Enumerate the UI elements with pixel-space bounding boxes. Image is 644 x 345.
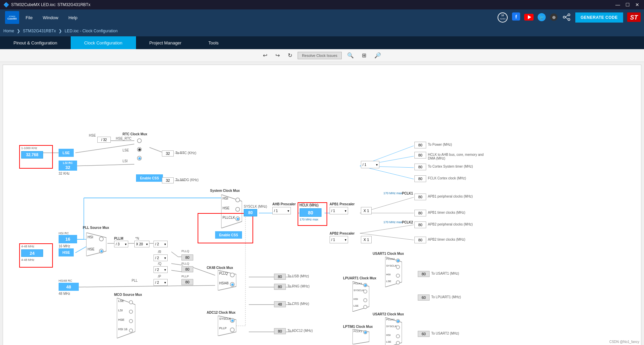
div1-dropdown[interactable]: / 1 ▾ [361,161,379,168]
apb2-timer-val[interactable]: 80 [414,237,426,243]
lse-box[interactable]: LSE [59,149,74,157]
facebook-icon[interactable]: f [512,12,520,23]
st-network-icon[interactable] [562,13,571,22]
adc12-pllp-radio[interactable] [230,327,235,332]
tab-project[interactable]: Project Manager [136,36,195,49]
input-freq-value[interactable]: 32.768 [21,151,43,159]
close-btn[interactable]: ✕ [634,2,641,7]
apb2-periph-val[interactable]: 80 [414,221,426,228]
titlebar-left: 🔷 STM32CubeMX LED.ioc: STM32G431RBTx [3,2,90,7]
menu-file[interactable]: File [26,15,33,20]
ck48-hsi48-radio[interactable] [230,282,235,287]
hse-range-label: 4-48 MHz [21,245,34,248]
pllp-div-dropdown[interactable]: / 2 ▾ [154,279,168,286]
pll-div-r-dropdown[interactable]: / 2 ▾ [154,241,168,247]
svg-text:⊕: ⊕ [552,15,555,20]
ahb-div-dropdown[interactable]: / 1 ▾ [272,207,291,214]
usart1-lse-radio[interactable] [396,280,400,284]
rtc-mux [137,138,142,161]
iwdg-value-box[interactable]: 32 [162,177,174,183]
hse-div32[interactable]: / 32 [97,137,111,143]
github-icon[interactable]: ⊕ [550,13,558,22]
cortex-timer-val[interactable]: 80 [414,164,426,170]
lsi-rc-box: LSI RC 32 [59,161,77,171]
pll-hsi-radio[interactable] [99,237,104,241]
pllq-value: 80 [181,266,193,272]
titlebar-controls[interactable]: — ☐ ✕ [614,2,641,7]
fclk-val[interactable]: 80 [414,175,426,182]
pll-hse-radio[interactable] [99,249,104,253]
tab-clock[interactable]: Clock Configuration [71,36,136,49]
hse-freq-value[interactable]: 24 [21,249,43,257]
apb2-div-dropdown[interactable]: / 1 ▾ [330,236,348,243]
usart1-pclk2-radio[interactable] [396,258,400,263]
sys-hse-radio[interactable] [235,207,240,212]
usart2-val: 60 [418,331,430,337]
lpuart1-pclk1-radio[interactable] [363,283,367,287]
zoom-in-button[interactable]: 🔍 [344,51,357,60]
hse-box[interactable]: HSE [59,248,74,256]
apb1-x1-box: X 1 [361,207,372,214]
to-adc12-label: To ADC12 (MHz) [287,329,313,333]
usart1-hsi-radio[interactable] [396,274,400,278]
lpuart1-lse-radio[interactable] [363,305,367,309]
adc12-sysclk-radio[interactable] [230,318,235,323]
lpuart1-hsi-radio[interactable] [363,298,367,302]
usart2-sysclk-radio[interactable] [396,325,400,330]
enable-css-box[interactable]: Enable CSS [136,174,163,182]
zoom-out-button[interactable]: 🔎 [372,51,384,60]
usart1-sysclk-radio[interactable] [396,265,400,269]
rtc-radio-lse[interactable] [137,147,142,152]
undo-button[interactable]: ↩ [260,51,270,60]
mco-hse-radio[interactable] [129,319,133,323]
pll-mult-dropdown[interactable]: X 20 ▾ [134,241,149,247]
bc-page[interactable]: LED.ioc - Clock Configuration [65,29,117,33]
lpuart1-mux-shape: PCLK1 SYSCLK HSI LSE [352,281,369,312]
twitter-icon[interactable]: 🐦 [538,13,546,22]
mco-hsi16-radio[interactable] [129,329,133,333]
sysclk-value[interactable]: 80 [244,209,257,216]
zoom-fit-button[interactable]: ⊞ [359,51,369,60]
mco-lse-radio[interactable] [129,300,133,304]
apb1-div-dropdown[interactable]: / 1 ▾ [330,207,348,214]
refresh-button[interactable]: ↻ [285,51,295,60]
to-power-val[interactable]: 80 [414,142,426,148]
ck48-pllq-radio[interactable] [230,273,235,277]
lpuart1-sysclk-radio[interactable] [363,289,367,294]
to-crs-label: To CRS (MHz) [287,302,309,306]
redo-button[interactable]: ↪ [273,51,282,60]
hclk-ahb-val[interactable]: 80 [414,152,426,159]
pllr-label: /R [158,250,161,254]
tab-tools[interactable]: Tools [195,36,232,49]
youtube-icon[interactable] [524,14,534,21]
mco-lsi-radio[interactable] [129,310,133,314]
hse-mhz-range: 4-48 MHz [21,258,34,262]
apb1-timer-val[interactable]: 80 [414,210,426,216]
enable-css-pll-box[interactable]: Enable CSS [215,231,242,239]
pllp-label3: PLLP [181,275,189,278]
rtc-value-box[interactable]: 32 [162,150,174,157]
menu-help[interactable]: Help [68,15,77,20]
generate-code-button[interactable]: GENERATE CODE [575,12,623,23]
menu-window[interactable]: Window [43,15,58,20]
rtc-radio-hse[interactable] [137,138,142,143]
sys-hsi-radio[interactable] [235,198,240,202]
usart2-pclk1-radio[interactable] [396,319,400,323]
apb1-periph-val[interactable]: 80 [414,194,426,200]
bc-home[interactable]: Home [3,29,14,33]
usart2-lse-radio[interactable] [396,341,400,345]
maximize-btn[interactable]: ☐ [624,2,631,7]
hse-top-label: HSE [89,134,96,137]
usart2-hsi-radio[interactable] [396,334,400,338]
hclk-value[interactable]: 80 [300,208,321,217]
minimize-btn[interactable]: — [614,2,621,7]
resolve-clock-issues-button[interactable]: Resolve Clock Issues [298,52,342,59]
pllo-div-dropdown[interactable]: / 2 ▾ [154,254,168,261]
pllq-div-dropdown[interactable]: / 2 ▾ [154,266,168,273]
tab-pinout[interactable]: Pinout & Configuration [0,36,71,49]
bc-device[interactable]: STM32G431RBTx [23,29,56,33]
lptim1-pclk1-radio[interactable] [363,330,367,334]
pllm-div-dropdown[interactable]: / 3 ▾ [114,241,128,247]
svg-line-15 [565,17,568,19]
rtc-radio-lsi[interactable] [137,156,142,161]
